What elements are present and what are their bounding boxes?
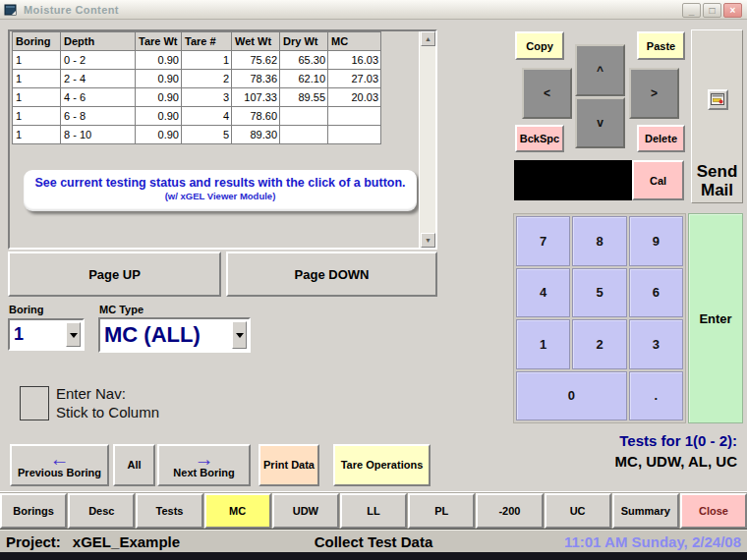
cell-wet-wt[interactable]: 89.30 — [232, 126, 280, 144]
scroll-down-icon[interactable]: ▼ — [421, 233, 435, 248]
table-row[interactable]: 1 0 - 2 0.90 1 75.62 65.30 16.03 — [13, 51, 381, 70]
cell-tare-num[interactable]: 4 — [182, 107, 232, 126]
cell-tare-num[interactable]: 2 — [182, 70, 232, 88]
chevron-down-icon[interactable] — [66, 322, 81, 347]
nav-left-button[interactable]: < — [522, 68, 572, 119]
all-borings-button[interactable]: All — [113, 444, 155, 486]
close-icon[interactable]: × — [723, 3, 742, 18]
cell-mc[interactable] — [328, 107, 381, 126]
mc-data-table: Boring Depth Tare Wt Tare # Wet Wt Dry W… — [12, 31, 381, 144]
key-1[interactable]: 1 — [516, 319, 570, 369]
cal-button[interactable]: Cal — [632, 160, 684, 200]
cell-boring[interactable]: 1 — [13, 51, 61, 70]
cell-dry-wt[interactable] — [280, 107, 328, 126]
cell-wet-wt[interactable]: 78.60 — [232, 107, 280, 126]
cell-dry-wt[interactable]: 62.10 — [280, 70, 328, 88]
table-row[interactable]: 1 4 - 6 0.90 3 107.33 89.55 20.03 — [13, 88, 381, 107]
cell-boring[interactable]: 1 — [13, 107, 61, 126]
tab-uc[interactable]: UC — [545, 493, 611, 529]
cell-boring[interactable]: 1 — [13, 88, 61, 107]
table-row[interactable]: 1 6 - 8 0.90 4 78.60 — [13, 107, 381, 126]
cell-mc[interactable]: 27.03 — [328, 70, 381, 88]
cell-mc[interactable] — [328, 126, 381, 144]
table-row[interactable]: 1 8 - 10 0.90 5 89.30 — [13, 126, 381, 144]
key-4[interactable]: 4 — [516, 268, 570, 318]
key-7[interactable]: 7 — [516, 216, 570, 266]
cell-tare-wt[interactable]: 0.90 — [136, 88, 182, 107]
key-0[interactable]: 0 — [516, 371, 627, 421]
chevron-down-icon[interactable] — [232, 321, 247, 349]
key-2[interactable]: 2 — [572, 319, 626, 369]
key-5[interactable]: 5 — [572, 268, 626, 318]
cell-dry-wt[interactable] — [280, 126, 328, 144]
next-boring-button[interactable]: → Next Boring — [157, 444, 251, 486]
key-3[interactable]: 3 — [629, 319, 683, 369]
tare-operations-button[interactable]: Tare Operations — [333, 444, 431, 486]
copy-button[interactable]: Copy — [515, 31, 564, 60]
page-down-button[interactable]: Page DOWN — [226, 252, 437, 297]
key-8[interactable]: 8 — [572, 216, 626, 266]
table-scrollbar[interactable]: ▲ ▼ — [419, 31, 435, 248]
cell-mc[interactable]: 16.03 — [328, 51, 381, 70]
cell-tare-num[interactable]: 3 — [182, 88, 232, 107]
col-header-mc: MC — [328, 32, 381, 51]
cell-depth[interactable]: 6 - 8 — [61, 107, 136, 126]
cell-boring[interactable]: 1 — [13, 126, 61, 144]
tab-udw[interactable]: UDW — [272, 493, 339, 529]
tab-200[interactable]: -200 — [476, 493, 543, 529]
cell-tare-wt[interactable]: 0.90 — [136, 107, 182, 126]
cell-depth[interactable]: 0 - 2 — [61, 51, 136, 70]
scroll-up-icon[interactable]: ▲ — [421, 31, 435, 46]
previous-boring-button[interactable]: ← Previous Boring — [10, 444, 109, 486]
window-icon — [4, 3, 18, 17]
banner-line2: (w/ xGEL Viewer Module) — [24, 191, 417, 201]
tab-borings[interactable]: Borings — [0, 493, 67, 529]
tab-close[interactable]: Close — [680, 493, 747, 529]
col-header-depth: Depth — [61, 32, 136, 51]
send-mail-button[interactable]: Send Mail — [692, 162, 742, 199]
print-data-button[interactable]: Print Data — [259, 444, 319, 486]
cell-tare-num[interactable]: 5 — [182, 126, 232, 144]
mc-type-select[interactable]: MC (ALL) — [98, 317, 251, 353]
table-row[interactable]: 1 2 - 4 0.90 2 78.36 62.10 27.03 — [13, 70, 381, 88]
nav-up-button[interactable]: ^ — [575, 44, 625, 96]
minimize-icon[interactable]: _ — [682, 3, 701, 18]
cell-tare-wt[interactable]: 0.90 — [136, 51, 182, 70]
restore-icon[interactable]: □ — [703, 3, 721, 18]
tests-for-list: MC, UDW, AL, UC — [615, 453, 737, 470]
mail-tool-button[interactable] — [708, 89, 728, 110]
cell-dry-wt[interactable]: 89.55 — [280, 88, 328, 107]
cell-dry-wt[interactable]: 65.30 — [280, 51, 328, 70]
enter-nav-checkbox[interactable] — [20, 386, 49, 420]
paste-button[interactable]: Paste — [637, 31, 685, 60]
cell-boring[interactable]: 1 — [13, 70, 61, 88]
cell-depth[interactable]: 4 - 6 — [61, 88, 136, 107]
nav-down-button[interactable]: v — [575, 97, 625, 148]
tab-desc[interactable]: Desc — [68, 493, 135, 529]
cell-tare-wt[interactable]: 0.90 — [136, 126, 182, 144]
cell-tare-wt[interactable]: 0.90 — [136, 70, 182, 88]
next-boring-label: Next Boring — [173, 467, 234, 479]
col-header-boring: Boring — [13, 32, 61, 51]
delete-button[interactable]: Delete — [637, 125, 685, 152]
nav-right-button[interactable]: > — [629, 68, 679, 119]
tab-mc[interactable]: MC — [204, 493, 271, 529]
cell-wet-wt[interactable]: 78.36 — [232, 70, 280, 88]
tab-summary[interactable]: Summary — [612, 493, 679, 529]
cell-depth[interactable]: 8 - 10 — [61, 126, 136, 144]
enter-key[interactable]: Enter — [688, 213, 743, 423]
boring-select[interactable]: 1 — [8, 318, 85, 351]
key-9[interactable]: 9 — [629, 216, 683, 266]
cell-wet-wt[interactable]: 107.33 — [232, 88, 280, 107]
cell-mc[interactable]: 20.03 — [328, 88, 381, 107]
tab-tests[interactable]: Tests — [136, 493, 202, 529]
cell-wet-wt[interactable]: 75.62 — [232, 51, 280, 70]
cell-tare-num[interactable]: 1 — [182, 51, 232, 70]
tab-ll[interactable]: LL — [340, 493, 407, 529]
tab-pl[interactable]: PL — [408, 493, 475, 529]
page-up-button[interactable]: Page UP — [8, 252, 221, 297]
key-6[interactable]: 6 — [629, 268, 683, 318]
cell-depth[interactable]: 2 - 4 — [61, 70, 136, 88]
key-decimal[interactable]: . — [629, 371, 683, 421]
backspace-button[interactable]: BckSpc — [515, 125, 564, 152]
